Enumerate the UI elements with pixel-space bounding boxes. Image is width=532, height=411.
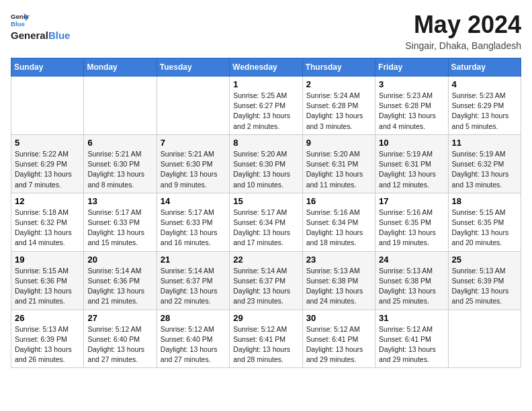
day-info: Sunrise: 5:16 AM Sunset: 6:35 PM Dayligh…: [379, 208, 444, 248]
calendar-cell: 25Sunrise: 5:13 AM Sunset: 6:39 PM Dayli…: [448, 251, 521, 310]
calendar-cell: 31Sunrise: 5:12 AM Sunset: 6:41 PM Dayli…: [375, 310, 448, 368]
day-number: 18: [452, 196, 517, 206]
calendar-cell: 21Sunrise: 5:14 AM Sunset: 6:37 PM Dayli…: [157, 251, 229, 310]
day-number: 13: [87, 196, 152, 206]
calendar-cell: 14Sunrise: 5:17 AM Sunset: 6:33 PM Dayli…: [157, 193, 229, 251]
weekday-header-saturday: Saturday: [448, 58, 521, 77]
weekday-header-sunday: Sunday: [11, 58, 84, 77]
day-number: 17: [379, 196, 444, 206]
day-number: 23: [306, 255, 371, 265]
day-info: Sunrise: 5:23 AM Sunset: 6:28 PM Dayligh…: [379, 91, 444, 132]
day-number: 8: [233, 138, 298, 148]
calendar-cell: 27Sunrise: 5:12 AM Sunset: 6:40 PM Dayli…: [84, 310, 157, 368]
calendar-cell: 29Sunrise: 5:12 AM Sunset: 6:41 PM Dayli…: [230, 310, 302, 368]
calendar-cell: [84, 77, 157, 135]
day-number: 15: [233, 196, 298, 206]
day-number: 30: [306, 313, 371, 323]
page-header: General Blue GeneralBlue May 2024 Singai…: [11, 11, 521, 51]
weekday-header-monday: Monday: [84, 58, 157, 77]
calendar-cell: 28Sunrise: 5:12 AM Sunset: 6:40 PM Dayli…: [157, 310, 229, 368]
logo-blue: Blue: [48, 30, 71, 41]
calendar-cell: 10Sunrise: 5:19 AM Sunset: 6:31 PM Dayli…: [375, 134, 448, 193]
logo-general: General: [11, 30, 48, 41]
day-info: Sunrise: 5:16 AM Sunset: 6:34 PM Dayligh…: [306, 208, 371, 248]
calendar-cell: 22Sunrise: 5:14 AM Sunset: 6:37 PM Dayli…: [230, 251, 302, 310]
day-info: Sunrise: 5:19 AM Sunset: 6:31 PM Dayligh…: [379, 149, 444, 190]
day-info: Sunrise: 5:23 AM Sunset: 6:29 PM Dayligh…: [452, 91, 517, 132]
day-number: 3: [379, 79, 444, 89]
logo: General Blue GeneralBlue: [11, 11, 70, 42]
day-number: 14: [161, 196, 226, 206]
day-number: 5: [15, 138, 80, 148]
day-number: 2: [306, 79, 371, 89]
day-info: Sunrise: 5:14 AM Sunset: 6:36 PM Dayligh…: [87, 266, 152, 307]
day-info: Sunrise: 5:14 AM Sunset: 6:37 PM Dayligh…: [161, 266, 226, 307]
day-number: 10: [379, 138, 444, 148]
day-number: 19: [15, 255, 80, 265]
logo-icon: General Blue: [11, 11, 30, 30]
calendar-cell: [157, 77, 229, 135]
day-number: 1: [233, 79, 298, 89]
day-number: 26: [15, 313, 80, 323]
week-row-4: 19Sunrise: 5:15 AM Sunset: 6:36 PM Dayli…: [11, 251, 521, 310]
day-info: Sunrise: 5:13 AM Sunset: 6:39 PM Dayligh…: [452, 266, 517, 307]
calendar-cell: 15Sunrise: 5:17 AM Sunset: 6:34 PM Dayli…: [230, 193, 302, 251]
day-info: Sunrise: 5:24 AM Sunset: 6:28 PM Dayligh…: [306, 91, 371, 132]
title-block: May 2024 Singair, Dhaka, Bangladesh: [405, 11, 521, 51]
week-row-5: 26Sunrise: 5:13 AM Sunset: 6:39 PM Dayli…: [11, 310, 521, 368]
weekday-header-thursday: Thursday: [302, 58, 375, 77]
calendar-cell: 24Sunrise: 5:13 AM Sunset: 6:38 PM Dayli…: [375, 251, 448, 310]
day-info: Sunrise: 5:19 AM Sunset: 6:32 PM Dayligh…: [452, 149, 517, 190]
day-info: Sunrise: 5:15 AM Sunset: 6:35 PM Dayligh…: [452, 208, 517, 248]
calendar-cell: 19Sunrise: 5:15 AM Sunset: 6:36 PM Dayli…: [11, 251, 84, 310]
calendar-cell: 23Sunrise: 5:13 AM Sunset: 6:38 PM Dayli…: [302, 251, 375, 310]
location: Singair, Dhaka, Bangladesh: [405, 40, 521, 51]
calendar-cell: 16Sunrise: 5:16 AM Sunset: 6:34 PM Dayli…: [302, 193, 375, 251]
calendar-cell: 7Sunrise: 5:21 AM Sunset: 6:30 PM Daylig…: [157, 134, 229, 193]
day-number: 22: [233, 255, 298, 265]
day-number: 4: [452, 79, 517, 89]
day-number: 6: [87, 138, 152, 148]
calendar-cell: 17Sunrise: 5:16 AM Sunset: 6:35 PM Dayli…: [375, 193, 448, 251]
calendar-cell: 6Sunrise: 5:21 AM Sunset: 6:30 PM Daylig…: [84, 134, 157, 193]
calendar-cell: 1Sunrise: 5:25 AM Sunset: 6:27 PM Daylig…: [230, 77, 302, 135]
day-info: Sunrise: 5:18 AM Sunset: 6:32 PM Dayligh…: [15, 208, 80, 248]
calendar-cell: 8Sunrise: 5:20 AM Sunset: 6:30 PM Daylig…: [230, 134, 302, 193]
day-info: Sunrise: 5:17 AM Sunset: 6:33 PM Dayligh…: [161, 208, 226, 248]
calendar-cell: [448, 310, 521, 368]
calendar-cell: 13Sunrise: 5:17 AM Sunset: 6:33 PM Dayli…: [84, 193, 157, 251]
day-number: 21: [161, 255, 226, 265]
weekday-header-tuesday: Tuesday: [157, 58, 229, 77]
calendar-cell: 5Sunrise: 5:22 AM Sunset: 6:29 PM Daylig…: [11, 134, 84, 193]
day-info: Sunrise: 5:21 AM Sunset: 6:30 PM Dayligh…: [161, 149, 226, 190]
calendar-cell: 18Sunrise: 5:15 AM Sunset: 6:35 PM Dayli…: [448, 193, 521, 251]
day-number: 7: [161, 138, 226, 148]
day-info: Sunrise: 5:22 AM Sunset: 6:29 PM Dayligh…: [15, 149, 80, 190]
calendar-cell: 3Sunrise: 5:23 AM Sunset: 6:28 PM Daylig…: [375, 77, 448, 135]
day-number: 9: [306, 138, 371, 148]
day-number: 11: [452, 138, 517, 148]
day-number: 24: [379, 255, 444, 265]
calendar-cell: 20Sunrise: 5:14 AM Sunset: 6:36 PM Dayli…: [84, 251, 157, 310]
day-info: Sunrise: 5:13 AM Sunset: 6:38 PM Dayligh…: [379, 266, 444, 307]
calendar-cell: 26Sunrise: 5:13 AM Sunset: 6:39 PM Dayli…: [11, 310, 84, 368]
day-info: Sunrise: 5:12 AM Sunset: 6:40 PM Dayligh…: [161, 324, 226, 365]
day-info: Sunrise: 5:13 AM Sunset: 6:38 PM Dayligh…: [306, 266, 371, 307]
week-row-2: 5Sunrise: 5:22 AM Sunset: 6:29 PM Daylig…: [11, 134, 521, 193]
day-info: Sunrise: 5:15 AM Sunset: 6:36 PM Dayligh…: [15, 266, 80, 307]
weekday-header-wednesday: Wednesday: [230, 58, 302, 77]
calendar-cell: 9Sunrise: 5:20 AM Sunset: 6:31 PM Daylig…: [302, 134, 375, 193]
day-number: 31: [379, 313, 444, 323]
month-title: May 2024: [405, 11, 521, 39]
day-info: Sunrise: 5:17 AM Sunset: 6:34 PM Dayligh…: [233, 208, 298, 248]
weekday-header-friday: Friday: [375, 58, 448, 77]
day-info: Sunrise: 5:12 AM Sunset: 6:41 PM Dayligh…: [379, 324, 444, 365]
calendar-cell: 2Sunrise: 5:24 AM Sunset: 6:28 PM Daylig…: [302, 77, 375, 135]
day-info: Sunrise: 5:12 AM Sunset: 6:41 PM Dayligh…: [306, 324, 371, 365]
day-info: Sunrise: 5:14 AM Sunset: 6:37 PM Dayligh…: [233, 266, 298, 307]
day-info: Sunrise: 5:20 AM Sunset: 6:31 PM Dayligh…: [306, 149, 371, 190]
day-number: 16: [306, 196, 371, 206]
day-number: 28: [161, 313, 226, 323]
day-info: Sunrise: 5:13 AM Sunset: 6:39 PM Dayligh…: [15, 324, 80, 365]
day-number: 20: [87, 255, 152, 265]
